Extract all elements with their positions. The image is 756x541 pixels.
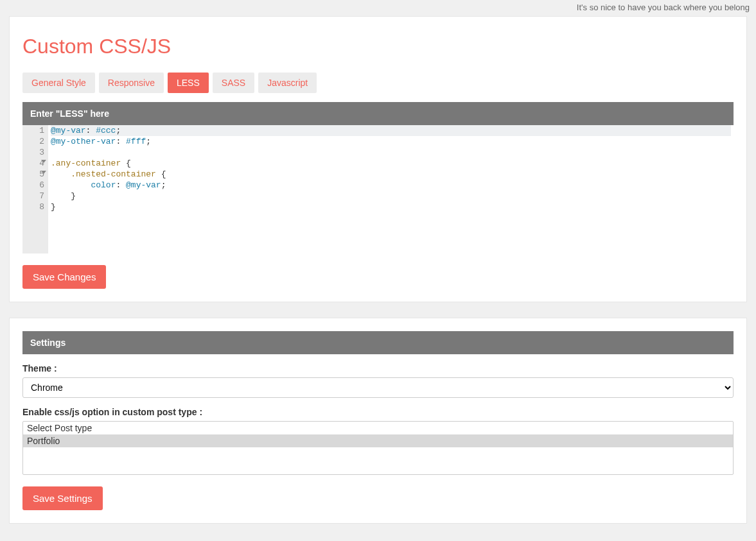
code-line[interactable] xyxy=(51,147,731,158)
editor-code[interactable]: @my-var: #ccc;@my-other-var: #fff;.any-c… xyxy=(48,125,734,253)
code-editor[interactable]: 12345678 @my-var: #ccc;@my-other-var: #f… xyxy=(22,125,734,253)
page-title: Custom CSS/JS xyxy=(22,35,734,58)
posttype-option[interactable]: Portfolio xyxy=(23,434,733,447)
line-number: 5 xyxy=(29,169,44,180)
line-number: 3 xyxy=(29,147,44,158)
save-changes-button[interactable]: Save Changes xyxy=(22,265,106,289)
tabs: General StyleResponsiveLESSSASSJavascrip… xyxy=(22,73,734,93)
line-number: 4 xyxy=(29,158,44,169)
posttype-multiselect[interactable]: Select Post typePortfolio xyxy=(22,421,734,475)
fold-marker-icon[interactable] xyxy=(41,160,46,163)
posttype-option[interactable]: Select Post type xyxy=(23,422,733,434)
code-line[interactable]: .nested-container { xyxy=(51,169,731,180)
line-number: 8 xyxy=(29,202,44,212)
code-line[interactable]: } xyxy=(51,191,731,202)
theme-label: Theme : xyxy=(22,363,734,374)
code-line[interactable]: color: @my-var; xyxy=(51,180,731,191)
code-line[interactable]: @my-other-var: #fff; xyxy=(51,136,731,147)
code-line[interactable]: .any-container { xyxy=(51,158,731,169)
code-line[interactable]: } xyxy=(51,202,731,212)
tab-responsive[interactable]: Responsive xyxy=(99,73,164,93)
settings-panel: Settings Theme : Chrome Enable css/js op… xyxy=(9,318,747,524)
tab-javascript[interactable]: Javascript xyxy=(258,73,317,93)
fold-marker-icon[interactable] xyxy=(41,171,46,174)
tab-sass[interactable]: SASS xyxy=(213,73,254,93)
editor-gutter: 12345678 xyxy=(22,125,48,253)
topbar: It's so nice to have you back where you … xyxy=(0,0,756,16)
main-panel: Custom CSS/JS General StyleResponsiveLES… xyxy=(9,16,747,302)
code-line[interactable]: @my-var: #ccc; xyxy=(51,125,731,136)
theme-select[interactable]: Chrome xyxy=(22,377,734,398)
posttype-label: Enable css/js option in custom post type… xyxy=(22,407,734,417)
save-settings-button[interactable]: Save Settings xyxy=(22,486,103,510)
line-number: 2 xyxy=(29,136,44,147)
tab-general-style[interactable]: General Style xyxy=(22,73,95,93)
line-number: 1 xyxy=(29,125,44,136)
welcome-text: It's so nice to have you back where you … xyxy=(577,3,750,12)
editor-header: Enter "LESS" here xyxy=(22,102,734,125)
line-number: 6 xyxy=(29,180,44,191)
tab-less[interactable]: LESS xyxy=(168,73,209,93)
line-number: 7 xyxy=(29,191,44,202)
settings-header: Settings xyxy=(22,331,734,354)
